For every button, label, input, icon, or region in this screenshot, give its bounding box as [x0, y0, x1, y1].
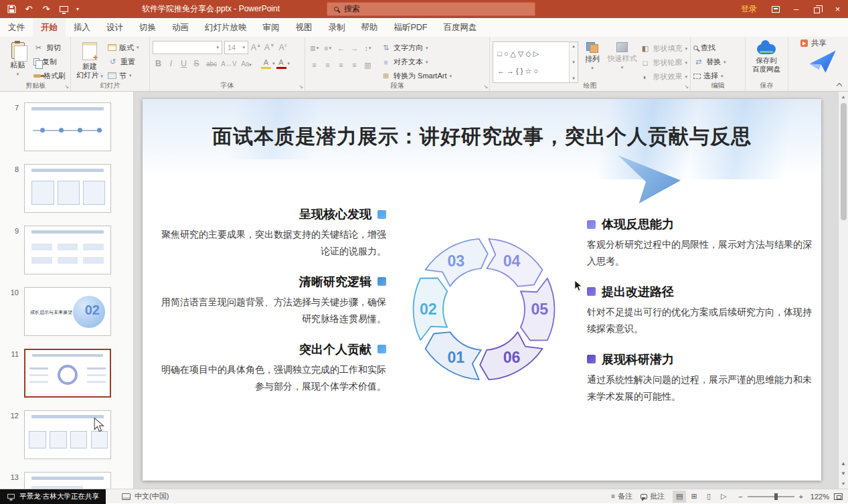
left-points-column[interactable]: 呈现核心发现聚焦研究的主要成果，突出数据支持的关键结论，增强论证的说服力。清晰研…	[161, 206, 386, 408]
paragraph-dialog-launcher[interactable]: ↘	[483, 84, 488, 90]
underline-button[interactable]: U	[178, 59, 189, 68]
zoom-in-button[interactable]: +	[799, 493, 803, 501]
tab-transitions[interactable]: 切换	[131, 18, 164, 37]
align-text-button[interactable]: ≡对齐文本▾	[381, 56, 452, 68]
sharing-indicator[interactable]: 平景龙·吉林大学正在共享	[0, 489, 106, 504]
slide-title[interactable]: 面试本质是潜力展示：讲好研究故事，突出个人贡献与反思	[143, 123, 821, 151]
strikethrough-button[interactable]: S	[191, 59, 202, 68]
collapse-ribbon-button[interactable]	[835, 80, 844, 88]
text-shadow-button[interactable]: abc	[203, 60, 220, 68]
align-left-button[interactable]: ≡	[308, 59, 321, 72]
paste-button[interactable]: 粘贴▾	[4, 39, 31, 81]
clear-formatting-button[interactable]: Ax	[277, 43, 288, 52]
numbering-button[interactable]: ≡▾	[321, 42, 334, 55]
slide-thumbnail-7[interactable]	[24, 102, 111, 151]
tab-animations[interactable]: 动画	[164, 18, 197, 37]
replace-button[interactable]: ⇄替换▾	[693, 56, 726, 68]
tab-slideshow[interactable]: 幻灯片放映	[197, 18, 255, 37]
slideshow-view-button[interactable]: ▷	[717, 491, 730, 503]
point-item[interactable]: 清晰研究逻辑用简洁语言呈现问题背景、方法选择与关键步骤，确保研究脉络连贯易懂。	[161, 274, 386, 327]
right-points-column[interactable]: 体现反思能力客观分析研究过程中的局限性，展示对方法与结果的深入思考。提出改进路径…	[587, 216, 815, 418]
shape-outline-button[interactable]: □形状轮廓▾	[640, 56, 687, 69]
cycle-diagram[interactable]: 010203040506	[385, 210, 583, 408]
next-slide-button[interactable]: ▼	[839, 469, 848, 479]
undo-button[interactable]: ↶	[20, 0, 37, 18]
slide-thumbnail-8[interactable]	[24, 164, 111, 213]
notes-button[interactable]: ≡备注	[611, 491, 632, 501]
slide-thumbnail-10[interactable]: 02成长启示与未来展望	[24, 287, 111, 336]
scroll-up-button[interactable]: ▴	[839, 92, 848, 102]
increase-font-size-button[interactable]: A▲	[250, 43, 262, 52]
font-size-select[interactable]: 14▾	[224, 41, 248, 54]
change-case-button[interactable]: Aa▾	[238, 60, 254, 68]
tab-help[interactable]: 帮助	[353, 18, 386, 37]
point-item[interactable]: 提出改进路径针对不足提出可行的优化方案或后续研究方向，体现持续探索意识。	[587, 284, 815, 337]
scrollbar-thumb[interactable]	[841, 103, 847, 220]
columns-button[interactable]: ▥	[361, 59, 374, 72]
zoom-slider[interactable]	[748, 496, 794, 497]
fit-to-window-button[interactable]	[834, 493, 843, 500]
highlight-color-dropdown[interactable]: ▾	[272, 61, 275, 66]
language-indicator[interactable]: 中文(中国)	[122, 491, 169, 501]
slide-thumbnail-13[interactable]	[24, 472, 111, 489]
decrease-indent-button[interactable]: ←	[335, 42, 347, 55]
align-center-button[interactable]: ≡	[321, 59, 334, 72]
tab-design[interactable]: 设计	[98, 18, 131, 37]
redo-button[interactable]: ↷	[37, 0, 55, 18]
point-item[interactable]: 呈现核心发现聚焦研究的主要成果，突出数据支持的关键结论，增强论证的说服力。	[161, 206, 386, 260]
tab-insert[interactable]: 插入	[66, 18, 98, 37]
vertical-scrollbar[interactable]: ▴ ▲ ▼ ▾	[838, 92, 848, 489]
align-right-button[interactable]: ≡	[335, 59, 347, 72]
login-button[interactable]: 登录	[733, 0, 765, 18]
point-item[interactable]: 突出个人贡献明确在项目中的具体角色，强调独立完成的工作和实际参与部分，展现个体学…	[161, 341, 386, 395]
current-slide[interactable]: 面试本质是潜力展示：讲好研究故事，突出个人贡献与反思 呈现核心发现聚焦研究的主要…	[143, 99, 821, 481]
tab-file[interactable]: 文件	[0, 18, 33, 37]
layout-button[interactable]: 版式▾	[106, 41, 141, 54]
customize-qat-button[interactable]: ▾	[72, 0, 83, 18]
tab-foxit-pdf[interactable]: 福昕PDF	[386, 18, 436, 37]
copy-button[interactable]: 复制	[31, 55, 68, 68]
clipboard-dialog-launcher[interactable]: ↘	[64, 84, 69, 90]
format-painter-button[interactable]: 格式刷	[31, 69, 68, 82]
reset-button[interactable]: ↺重置	[106, 55, 141, 68]
highlight-color-button[interactable]: A	[261, 58, 271, 68]
line-spacing-button[interactable]: ↕▾	[361, 42, 374, 55]
reading-view-button[interactable]: ▯	[702, 491, 715, 503]
ribbon-display-options-button[interactable]	[765, 0, 786, 18]
point-item[interactable]: 展现科研潜力通过系统性解决问题的过程，展示严谨的思维能力和未来学术发展的可能性。	[587, 351, 815, 405]
quick-styles-button[interactable]: 快速样式▾	[606, 39, 637, 81]
increase-indent-button[interactable]: →	[348, 42, 361, 55]
tab-baidu-netdisk[interactable]: 百度网盘	[436, 18, 485, 37]
restore-button[interactable]	[807, 0, 827, 18]
save-button[interactable]	[3, 0, 20, 18]
italic-button[interactable]: I	[165, 59, 177, 68]
point-item[interactable]: 体现反思能力客观分析研究过程中的局限性，展示对方法与结果的深入思考。	[587, 216, 815, 270]
tab-review[interactable]: 审阅	[255, 18, 288, 37]
arrange-button[interactable]: 排列▾	[578, 39, 606, 81]
cut-button[interactable]: ✂剪切	[31, 41, 68, 54]
start-slideshow-button[interactable]	[55, 0, 72, 18]
font-color-button[interactable]: A	[276, 58, 286, 68]
font-name-select[interactable]: ▾	[153, 41, 222, 54]
slide-thumbnail-11[interactable]	[24, 349, 111, 398]
comments-button[interactable]: 批注	[641, 491, 665, 501]
close-button[interactable]: ×	[827, 0, 848, 18]
tab-home[interactable]: 开始	[33, 18, 66, 37]
search-box[interactable]: 搜索	[327, 2, 535, 16]
section-button[interactable]: 节▾	[106, 69, 141, 82]
zoom-level[interactable]: 122%	[808, 493, 829, 501]
font-color-dropdown[interactable]: ▾	[288, 61, 290, 66]
tab-record[interactable]: 录制	[321, 18, 353, 37]
tab-view[interactable]: 视图	[288, 18, 321, 37]
shape-fill-button[interactable]: ◧形状填充▾	[640, 42, 687, 55]
justify-button[interactable]: ≡	[348, 59, 361, 72]
bold-button[interactable]: B	[153, 59, 164, 68]
font-dialog-launcher[interactable]: ↘	[299, 84, 303, 90]
scroll-down-button[interactable]: ▾	[839, 479, 848, 489]
slide-thumbnail-9[interactable]	[24, 226, 111, 274]
drawing-dialog-launcher[interactable]: ↘	[684, 84, 689, 90]
normal-view-button[interactable]: ▤	[673, 491, 686, 503]
new-slide-button[interactable]: 新建幻灯片 ▾	[74, 39, 106, 81]
shape-gallery[interactable]: □○△▽◇▷ ←→{}☆○ ▴▾▾	[493, 41, 578, 83]
previous-slide-button[interactable]: ▲	[839, 458, 848, 469]
